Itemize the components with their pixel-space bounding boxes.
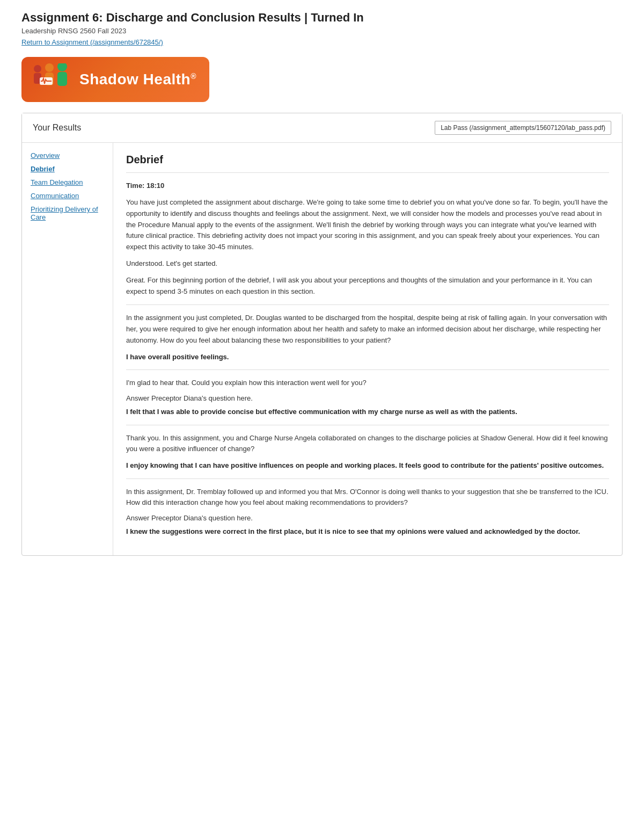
time-label: Time: 18:10 bbox=[126, 182, 609, 190]
debrief-block-3: I'm glad to hear that. Could you explain… bbox=[126, 378, 609, 417]
page-title: Assignment 6: Discharge and Conclusion R… bbox=[21, 11, 623, 25]
debrief-answer-1: I have overall positive feelings. bbox=[126, 352, 609, 362]
lab-pass-button[interactable]: Lab Pass (/assignment_attempts/15607120/… bbox=[435, 121, 611, 135]
debrief-answer-2: I felt that I was able to provide concis… bbox=[126, 407, 609, 417]
logo-container: Shadow Health® bbox=[21, 57, 623, 102]
debrief-block-1: You have just completed the assignment a… bbox=[126, 197, 609, 297]
svg-point-0 bbox=[34, 65, 41, 72]
page-subtitle: Leadership RNSG 2560 Fall 2023 bbox=[21, 27, 623, 35]
debrief-text-7: In this assignment, Dr. Tremblay followe… bbox=[126, 487, 609, 509]
logo-box: Shadow Health® bbox=[21, 57, 209, 102]
results-body: Overview Debrief Team Delegation Communi… bbox=[22, 143, 622, 555]
debrief-answer-4: I knew the suggestions were correct in t… bbox=[126, 526, 609, 537]
svg-point-2 bbox=[45, 63, 54, 72]
answer-prompt-1: Answer Preceptor Diana's question here. bbox=[126, 394, 609, 402]
logo-brand-text: Shadow Health bbox=[79, 71, 191, 88]
separator-4 bbox=[126, 478, 609, 479]
page-header: Assignment 6: Discharge and Conclusion R… bbox=[21, 11, 623, 46]
sidebar: Overview Debrief Team Delegation Communi… bbox=[22, 143, 113, 555]
main-content: Debrief Time: 18:10 You have just comple… bbox=[113, 143, 622, 555]
sidebar-item-prioritizing[interactable]: Prioritizing Delivery of Care bbox=[31, 205, 104, 221]
separator-1 bbox=[126, 304, 609, 305]
results-container: Your Results Lab Pass (/assignment_attem… bbox=[21, 113, 623, 556]
debrief-text-5: I'm glad to hear that. Could you explain… bbox=[126, 378, 609, 389]
results-title: Your Results bbox=[33, 123, 81, 133]
debrief-text-6: Thank you. In this assignment, you and C… bbox=[126, 433, 609, 455]
debrief-text-4: In the assignment you just completed, Dr… bbox=[126, 313, 609, 346]
debrief-block-5: In this assignment, Dr. Tremblay followe… bbox=[126, 487, 609, 537]
debrief-title: Debrief bbox=[126, 154, 609, 173]
logo-registered: ® bbox=[191, 72, 196, 81]
separator-3 bbox=[126, 425, 609, 425]
sidebar-item-team-delegation[interactable]: Team Delegation bbox=[31, 178, 104, 186]
answer-prompt-2: Answer Preceptor Diana's question here. bbox=[126, 514, 609, 522]
sidebar-item-communication[interactable]: Communication bbox=[31, 192, 104, 200]
debrief-block-2: In the assignment you just completed, Dr… bbox=[126, 313, 609, 362]
results-header: Your Results Lab Pass (/assignment_attem… bbox=[22, 113, 622, 143]
svg-rect-5 bbox=[57, 72, 67, 86]
debrief-text-3: Great. For this beginning portion of the… bbox=[126, 275, 609, 298]
logo-svg bbox=[30, 63, 73, 96]
sidebar-item-debrief[interactable]: Debrief bbox=[31, 165, 104, 173]
debrief-block-4: Thank you. In this assignment, you and C… bbox=[126, 433, 609, 471]
debrief-answer-3: I enjoy knowing that I can have positive… bbox=[126, 460, 609, 471]
separator-2 bbox=[126, 369, 609, 370]
debrief-text-2: Understood. Let's get started. bbox=[126, 258, 609, 270]
logo-text: Shadow Health® bbox=[79, 71, 196, 88]
return-link[interactable]: Return to Assignment (/assignments/67284… bbox=[21, 38, 163, 46]
sidebar-item-overview[interactable]: Overview bbox=[31, 151, 104, 159]
svg-point-4 bbox=[57, 63, 67, 71]
debrief-text-1: You have just completed the assignment a… bbox=[126, 197, 609, 253]
